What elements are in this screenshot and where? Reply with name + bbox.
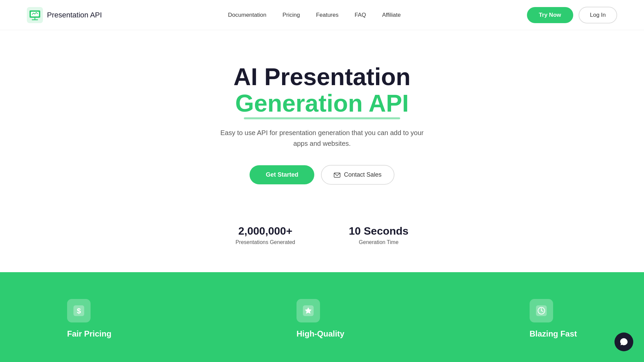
nav-faq[interactable]: FAQ	[355, 12, 366, 18]
hero-title-line2: Generation API	[235, 90, 409, 117]
star-icon	[302, 305, 314, 317]
blazing-fast-icon-box	[530, 299, 553, 322]
hero-section: AI Presentation Generation API Easy to u…	[0, 30, 644, 205]
logo-link[interactable]: Presentation API	[27, 7, 102, 23]
logo-icon	[27, 7, 43, 23]
chat-bubble-button[interactable]	[614, 333, 633, 351]
feature-high-quality: High-Quality	[297, 299, 344, 339]
fair-pricing-title: Fair Pricing	[67, 329, 111, 339]
stat-presentations-value: 2,000,000+	[235, 225, 295, 237]
nav-documentation[interactable]: Documentation	[228, 12, 266, 18]
get-started-button[interactable]: Get Started	[250, 165, 314, 184]
fair-pricing-icon-box: $	[67, 299, 91, 322]
navbar: Presentation API Documentation Pricing F…	[0, 0, 644, 30]
features-section: $ Fair Pricing High-Quality Blazing Fast	[0, 272, 644, 362]
blazing-fast-title: Blazing Fast	[530, 329, 577, 339]
navbar-nav: Documentation Pricing Features FAQ Affil…	[228, 12, 401, 18]
chat-icon	[619, 337, 629, 347]
feature-fair-pricing: $ Fair Pricing	[67, 299, 111, 339]
feature-blazing-fast: Blazing Fast	[530, 299, 577, 339]
hero-title: AI Presentation Generation API	[233, 64, 411, 117]
hero-title-line1: AI Presentation	[233, 64, 411, 90]
nav-features[interactable]: Features	[316, 12, 338, 18]
high-quality-icon-box	[297, 299, 320, 322]
stat-generation-time: 10 Seconds Generation Time	[349, 225, 409, 245]
stat-presentations: 2,000,000+ Presentations Generated	[235, 225, 295, 245]
high-quality-title: High-Quality	[297, 329, 344, 339]
hero-buttons: Get Started Contact Sales	[250, 165, 394, 185]
login-button[interactable]: Log In	[579, 7, 617, 23]
svg-text:$: $	[77, 307, 81, 315]
logo-text: Presentation API	[47, 11, 102, 19]
stats-section: 2,000,000+ Presentations Generated 10 Se…	[0, 205, 644, 272]
stat-generation-time-label: Generation Time	[349, 239, 409, 245]
nav-pricing[interactable]: Pricing	[282, 12, 300, 18]
email-icon	[334, 172, 340, 178]
dollar-icon: $	[73, 305, 85, 317]
hero-subtitle: Easy to use API for presentation generat…	[215, 127, 429, 149]
contact-sales-button[interactable]: Contact Sales	[321, 165, 394, 185]
nav-affiliate[interactable]: Affiliate	[382, 12, 400, 18]
stat-generation-time-value: 10 Seconds	[349, 225, 409, 237]
try-now-button[interactable]: Try Now	[527, 7, 573, 23]
clock-icon	[535, 305, 547, 317]
stat-presentations-label: Presentations Generated	[235, 239, 295, 245]
navbar-actions: Try Now Log In	[527, 7, 617, 23]
